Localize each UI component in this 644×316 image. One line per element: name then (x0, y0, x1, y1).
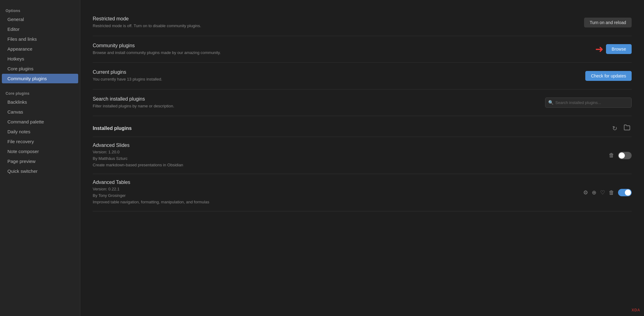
settings-advanced-tables-icon[interactable]: ⚙ (583, 189, 588, 196)
sidebar-item-command-palette[interactable]: Command palette (2, 117, 78, 127)
plugin-name-advanced-slides: Advanced Slides (93, 143, 609, 148)
community-plugins-title: Community plugins (93, 43, 589, 48)
installed-plugins-header: Installed plugins ↻ (93, 116, 632, 137)
installed-plugins-title: Installed plugins (93, 126, 132, 131)
sidebar-item-general[interactable]: General (2, 15, 78, 24)
plugin-name-advanced-tables: Advanced Tables (93, 180, 583, 185)
toggle-knob-advanced-tables (625, 189, 631, 196)
plugin-meta-advanced-tables: Version: 0.22.1 By Tony Grosinger Improv… (93, 186, 583, 205)
red-arrow-container: ➜ (595, 44, 604, 54)
sidebar-item-hotkeys[interactable]: Hotkeys (2, 54, 78, 64)
sidebar-item-community-plugins[interactable]: Community plugins (2, 74, 78, 83)
community-plugins-text: Community plugins Browse and install com… (93, 43, 589, 56)
sidebar-item-appearance[interactable]: Appearance (2, 44, 78, 54)
toggle-knob-advanced-slides (619, 152, 625, 159)
heart-advanced-tables-icon[interactable]: ♡ (600, 189, 605, 196)
turn-on-reload-button[interactable]: Turn on and reload (584, 18, 632, 27)
toggle-advanced-slides[interactable] (618, 152, 632, 159)
current-plugins-row: Current plugins You currently have 13 pl… (93, 63, 632, 89)
sidebar-item-files-links[interactable]: Files and links (2, 34, 78, 44)
search-installed-input[interactable] (545, 98, 632, 108)
installed-actions: ↻ (611, 123, 632, 134)
options-label: Options (0, 6, 80, 14)
sidebar-item-quick-switcher[interactable]: Quick switcher (2, 166, 78, 176)
sidebar-item-backlinks[interactable]: Backlinks (2, 97, 78, 107)
plugin-info-advanced-tables: Advanced Tables Version: 0.22.1 By Tony … (93, 180, 583, 205)
plugin-meta-advanced-slides: Version: 1.20.0 By Matthäus Szturc Creat… (93, 149, 609, 168)
search-plugins-row: Search installed plugins Filter installe… (93, 89, 632, 116)
sidebar-item-canvas[interactable]: Canvas (2, 107, 78, 117)
sidebar-item-page-preview[interactable]: Page preview (2, 156, 78, 166)
xda-watermark: XDA (632, 308, 640, 312)
sidebar-item-daily-notes[interactable]: Daily notes (2, 127, 78, 136)
add-advanced-tables-icon[interactable]: ⊕ (592, 189, 596, 196)
sidebar-item-note-composer[interactable]: Note composer (2, 147, 78, 156)
browse-button[interactable]: Browse (606, 44, 632, 54)
current-plugins-title: Current plugins (93, 69, 579, 75)
toggle-advanced-tables[interactable] (618, 189, 632, 196)
delete-advanced-slides-icon[interactable]: 🗑 (609, 152, 614, 159)
delete-advanced-tables-icon[interactable]: 🗑 (609, 189, 614, 196)
sidebar: Options General Editor Files and links A… (0, 0, 80, 316)
check-updates-button[interactable]: Check for updates (585, 71, 632, 81)
restricted-mode-row: Restricted mode Restricted mode is off. … (93, 9, 632, 36)
community-plugins-desc: Browse and install community plugins mad… (93, 50, 589, 56)
search-plugins-title: Search installed plugins (93, 96, 539, 102)
current-plugins-text: Current plugins You currently have 13 pl… (93, 69, 579, 82)
plugin-row-advanced-slides: Advanced Slides Version: 1.20.0 By Matth… (93, 137, 632, 174)
core-plugins-label: Core plugins (0, 89, 80, 97)
plugin-controls-advanced-slides: 🗑 (609, 152, 632, 159)
sidebar-item-core-plugins[interactable]: Core plugins (2, 64, 78, 73)
restricted-mode-text: Restricted mode Restricted mode is off. … (93, 16, 578, 29)
refresh-plugins-button[interactable]: ↻ (611, 123, 619, 133)
search-container: 🔍 (545, 98, 632, 108)
search-plugins-desc: Filter installed plugins by name or desc… (93, 103, 539, 109)
current-plugins-desc: You currently have 13 plugins installed. (93, 76, 579, 82)
community-plugins-row: Community plugins Browse and install com… (93, 36, 632, 63)
restricted-mode-title: Restricted mode (93, 16, 578, 22)
plugin-info-advanced-slides: Advanced Slides Version: 1.20.0 By Matth… (93, 143, 609, 168)
restricted-mode-desc: Restricted mode is off. Turn on to disab… (93, 23, 578, 29)
search-icon: 🔍 (548, 100, 553, 105)
open-plugins-folder-button[interactable] (622, 123, 632, 134)
red-arrow-icon: ➜ (595, 44, 604, 54)
sidebar-item-editor[interactable]: Editor (2, 24, 78, 34)
search-plugins-text: Search installed plugins Filter installe… (93, 96, 539, 109)
sidebar-item-file-recovery[interactable]: File recovery (2, 137, 78, 146)
main-content: Restricted mode Restricted mode is off. … (80, 0, 644, 316)
plugin-row-advanced-tables: Advanced Tables Version: 0.22.1 By Tony … (93, 174, 632, 211)
plugin-controls-advanced-tables: ⚙ ⊕ ♡ 🗑 (583, 189, 632, 196)
